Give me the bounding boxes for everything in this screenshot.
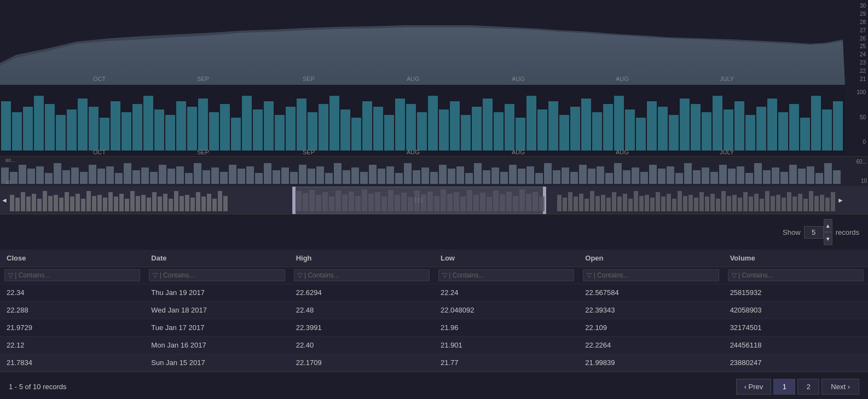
svg-rect-48	[428, 96, 438, 151]
svg-rect-132	[343, 170, 350, 184]
svg-rect-311	[754, 194, 759, 211]
filter-volume[interactable]	[728, 269, 864, 281]
svg-rect-10	[12, 112, 22, 151]
y-label-22: 22	[847, 68, 866, 74]
svg-rect-168	[658, 169, 666, 184]
svg-rect-97	[36, 166, 44, 184]
svg-rect-281	[590, 191, 594, 211]
svg-rect-199	[54, 195, 58, 211]
svg-rect-178	[745, 173, 753, 184]
svg-rect-29	[220, 104, 230, 151]
svg-rect-266	[487, 197, 492, 211]
col-date: Date	[144, 250, 289, 267]
svg-rect-80	[778, 112, 788, 151]
svg-rect-125	[281, 167, 289, 184]
svg-rect-207	[97, 195, 102, 211]
svg-rect-320	[803, 199, 808, 211]
svg-rect-181	[772, 167, 779, 184]
svg-rect-131	[334, 163, 342, 184]
svg-rect-129	[316, 166, 324, 184]
filter-open[interactable]	[583, 269, 719, 281]
svg-rect-192	[15, 198, 20, 211]
svg-rect-140	[413, 170, 420, 184]
svg-rect-9	[1, 101, 11, 151]
svg-rect-127	[299, 165, 306, 184]
svg-rect-285	[612, 192, 616, 211]
range-selector-section: ◄	[0, 187, 868, 214]
y-label-27: 27	[847, 27, 866, 33]
svg-rect-160	[588, 169, 595, 184]
svg-rect-51	[461, 115, 471, 151]
svg-rect-40	[340, 109, 350, 151]
svg-rect-295	[667, 194, 671, 211]
page-1-button[interactable]: 1	[773, 379, 795, 395]
cell-low: 21.901	[434, 337, 578, 354]
svg-rect-85	[833, 101, 843, 151]
scroll-right-arrow[interactable]: ►	[836, 192, 845, 209]
filter-close[interactable]	[4, 269, 140, 281]
cell-volume: 25815932	[724, 284, 868, 302]
filter-date[interactable]	[149, 269, 285, 281]
svg-text:JULY: JULY	[720, 149, 734, 155]
svg-rect-184	[798, 169, 806, 184]
prev-button[interactable]: ‹ Prev	[736, 379, 772, 395]
y-label-100: 100	[847, 89, 866, 95]
svg-rect-291	[645, 195, 649, 211]
svg-text:OCT: OCT	[93, 76, 106, 82]
next-button[interactable]: Next ›	[821, 379, 859, 395]
filter-cell-low	[434, 267, 578, 284]
svg-rect-141	[421, 167, 429, 184]
filter-low[interactable]	[438, 269, 574, 281]
svg-rect-148	[483, 170, 490, 184]
range-top-bars: 60... 10	[0, 157, 845, 186]
scroll-left-arrow[interactable]: ◄	[0, 192, 9, 209]
svg-rect-255	[414, 190, 420, 211]
svg-rect-116	[202, 170, 210, 184]
svg-rect-306	[727, 196, 731, 211]
svg-rect-205	[86, 191, 91, 211]
svg-rect-315	[776, 195, 780, 211]
filter-high[interactable]	[294, 269, 430, 281]
svg-rect-325	[831, 192, 835, 211]
data-table-section: Show ▲ ▼ records Close Date High Low Ope…	[0, 214, 868, 399]
svg-rect-206	[92, 196, 96, 211]
range-selector-chart[interactable]	[9, 187, 836, 214]
svg-rect-19	[111, 101, 120, 151]
svg-text:SEP: SEP	[303, 76, 315, 82]
svg-rect-275	[557, 195, 562, 211]
records-spin-up[interactable]: ▲	[824, 219, 832, 232]
svg-rect-76	[734, 101, 744, 151]
svg-rect-242	[329, 196, 334, 211]
svg-rect-124	[273, 170, 280, 184]
svg-rect-144	[448, 169, 455, 184]
svg-rect-119	[229, 165, 236, 184]
y-label-24: 24	[847, 51, 866, 57]
svg-rect-121	[246, 166, 254, 184]
svg-rect-147	[474, 163, 482, 184]
svg-rect-169	[667, 166, 674, 184]
cell-high: 22.3991	[290, 319, 434, 337]
cell-open: 22.39343	[578, 302, 723, 319]
svg-rect-258	[434, 196, 439, 211]
cell-close: 22.12	[0, 337, 144, 354]
cell-low: 22.048092	[434, 302, 578, 319]
page-2-button[interactable]: 2	[797, 379, 819, 395]
records-number-input[interactable]	[804, 226, 824, 239]
svg-rect-104	[97, 169, 105, 184]
svg-text:AUG: AUG	[616, 149, 629, 155]
svg-rect-159	[579, 165, 587, 184]
svg-rect-296	[672, 199, 676, 211]
svg-rect-247	[362, 189, 367, 211]
cell-close: 22.34	[0, 284, 144, 302]
records-spin-down[interactable]: ▼	[824, 232, 832, 245]
svg-rect-83	[811, 96, 821, 151]
svg-rect-61	[570, 107, 580, 151]
svg-rect-153	[526, 166, 534, 184]
svg-rect-265	[480, 193, 485, 211]
svg-rect-200	[59, 198, 63, 211]
svg-rect-72	[691, 104, 701, 151]
svg-rect-54	[494, 112, 504, 151]
cell-open: 22.109	[578, 319, 723, 337]
svg-text:AUG: AUG	[512, 149, 525, 155]
svg-rect-81	[789, 104, 799, 151]
